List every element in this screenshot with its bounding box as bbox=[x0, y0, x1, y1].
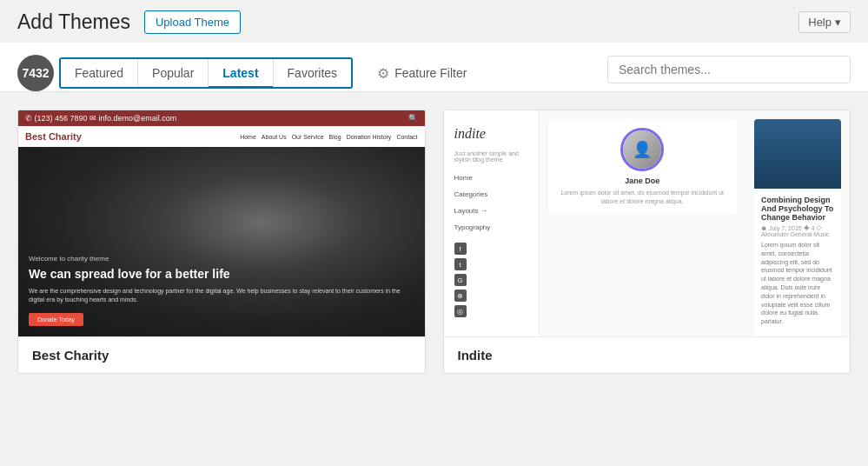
help-label: Help bbox=[808, 16, 832, 29]
indite-avatar: 👤 bbox=[620, 128, 664, 171]
tab-featured[interactable]: Featured bbox=[61, 59, 138, 87]
theme-card-footer-indite: Indite bbox=[444, 336, 851, 373]
twitter-icon: t bbox=[454, 258, 467, 270]
theme-preview-indite: indite Just another simple and stylish b… bbox=[444, 110, 851, 336]
indite-logo: indite bbox=[444, 119, 539, 149]
plus-icon: ⊕ bbox=[454, 290, 467, 302]
theme-name-indite: Indite bbox=[458, 348, 837, 363]
feature-filter-label: Feature Filter bbox=[394, 66, 467, 80]
bc-nav-logo: Best Charity bbox=[25, 131, 236, 142]
theme-card-indite[interactable]: indite Just another simple and stylish b… bbox=[443, 110, 851, 374]
circle-icon: ◎ bbox=[454, 305, 467, 317]
bc-nav-contact: Contact bbox=[396, 134, 417, 140]
indite-read-more: Continue reading... bbox=[754, 333, 841, 336]
indite-sidebar: indite Just another simple and stylish b… bbox=[444, 110, 540, 336]
themes-grid: ✆ (123) 456 7890 ✉ info.demo@email.com 🔍… bbox=[0, 92, 868, 391]
feature-filter-button[interactable]: ⚙ Feature Filter bbox=[367, 58, 477, 89]
indite-nav-home: Home bbox=[444, 170, 539, 186]
search-input[interactable] bbox=[607, 56, 851, 83]
indite-nav-categories: Categories bbox=[444, 186, 539, 203]
upload-theme-button[interactable]: Upload Theme bbox=[144, 10, 241, 34]
gear-icon: ⚙ bbox=[377, 65, 389, 82]
indite-profile-desc: Lorem ipsum dolor sit amet, do eiusmod t… bbox=[557, 189, 729, 206]
facebook-icon: f bbox=[454, 243, 467, 255]
theme-card-best-charity[interactable]: ✆ (123) 456 7890 ✉ info.demo@email.com 🔍… bbox=[17, 110, 426, 374]
tab-bar: 7432 Featured Popular Latest Favorites ⚙… bbox=[0, 43, 868, 92]
indite-profile-name: Jane Doe bbox=[557, 176, 729, 185]
bc-hero: Welcome to charity theme We can spread l… bbox=[18, 147, 425, 336]
bc-hero-content: Welcome to charity theme We can spread l… bbox=[29, 255, 414, 326]
page-title: Add Themes bbox=[17, 10, 130, 34]
bc-hero-btn: Donate Today bbox=[29, 313, 83, 326]
indite-article-area: Combining Design And Psychology To Chang… bbox=[745, 110, 850, 336]
theme-preview-best-charity: ✆ (123) 456 7890 ✉ info.demo@email.com 🔍… bbox=[18, 110, 425, 336]
tabs-navigation: Featured Popular Latest Favorites bbox=[59, 57, 353, 89]
bc-nav-home: Home bbox=[240, 134, 256, 140]
tab-favorites[interactable]: Favorites bbox=[274, 59, 352, 87]
theme-name-best-charity: Best Charity bbox=[32, 348, 411, 363]
indite-article-title: Combining Design And Psychology To Chang… bbox=[761, 196, 834, 222]
help-button[interactable]: Help ▾ bbox=[798, 11, 851, 33]
search-bar-wrapper bbox=[607, 56, 851, 90]
bc-top-bar: ✆ (123) 456 7890 ✉ info.demo@email.com 🔍 bbox=[18, 110, 425, 126]
theme-card-footer-best-charity: Best Charity bbox=[18, 336, 425, 373]
bc-nav-about: About Us bbox=[262, 134, 287, 140]
indite-article-text: Lorem ipsum dolor sit amet, consectetur … bbox=[761, 241, 834, 326]
chevron-down-icon: ▾ bbox=[835, 16, 841, 29]
indite-nav-typography: Typography bbox=[444, 219, 539, 236]
indite-logo-sub: Just another simple and stylish blog the… bbox=[444, 149, 539, 170]
indite-main-content: 👤 Jane Doe Lorem ipsum dolor sit amet, d… bbox=[540, 110, 746, 336]
bc-nav-links: Home About Us Our Service Blog Donation … bbox=[240, 134, 417, 140]
bc-search-icon: 🔍 bbox=[408, 114, 418, 123]
bc-contact-info: ✆ (123) 456 7890 ✉ info.demo@email.com bbox=[25, 114, 176, 123]
indite-profile-card: 👤 Jane Doe Lorem ipsum dolor sit amet, d… bbox=[548, 119, 738, 215]
indite-article-card: Combining Design And Psychology To Chang… bbox=[754, 119, 841, 336]
avatar-image: 👤 bbox=[623, 130, 661, 169]
indite-article-body: Combining Design And Psychology To Chang… bbox=[754, 189, 841, 333]
google-icon: G bbox=[454, 274, 467, 286]
tab-latest[interactable]: Latest bbox=[209, 59, 273, 87]
bc-hero-body: We are the comprehensive design and tech… bbox=[29, 287, 414, 304]
indite-social-icons: f t G ⊕ ◎ bbox=[444, 236, 539, 324]
bc-nav: Best Charity Home About Us Our Service B… bbox=[18, 126, 425, 147]
indite-nav-layouts: Layouts → bbox=[444, 203, 539, 219]
bc-hero-subtitle: Welcome to charity theme bbox=[29, 255, 414, 263]
theme-count-badge: 7432 bbox=[17, 55, 54, 91]
bc-nav-blog: Blog bbox=[329, 134, 341, 140]
bc-hero-title: We can spread love for a better life bbox=[29, 266, 414, 282]
bc-nav-service: Our Service bbox=[292, 134, 324, 140]
indite-article-meta: ⏺ July 7, 2015 ✦ 4 ✧ Alexander General M… bbox=[761, 225, 834, 237]
indite-article-image bbox=[754, 119, 841, 189]
bc-nav-donation: Donation History bbox=[347, 134, 392, 140]
tab-popular[interactable]: Popular bbox=[138, 59, 209, 87]
